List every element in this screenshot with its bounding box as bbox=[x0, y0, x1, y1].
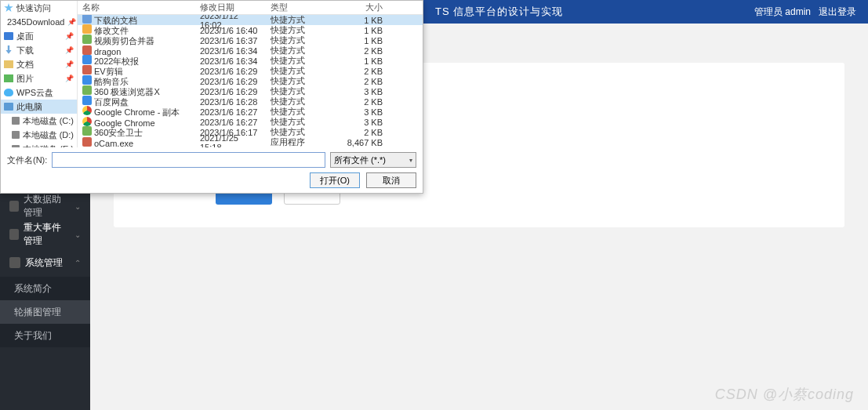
col-name[interactable]: 名称 bbox=[78, 2, 195, 13]
tree-item[interactable]: 图片📌 bbox=[1, 71, 77, 85]
menu-icon bbox=[9, 229, 19, 240]
col-size[interactable]: 大小 bbox=[313, 2, 387, 13]
sidebar-item-label: 系统简介 bbox=[14, 282, 52, 296]
pin-icon: 📌 bbox=[65, 32, 74, 40]
menu-icon bbox=[9, 201, 19, 212]
sidebar-sub-about[interactable]: 关于我们 bbox=[0, 324, 90, 347]
file-row[interactable]: Google Chrome - 副本2023/1/6 16:27快捷方式3 KB bbox=[78, 107, 423, 117]
file-size: 1 KB bbox=[313, 26, 387, 35]
blue-icon bbox=[82, 96, 92, 105]
file-size: 1 KB bbox=[313, 56, 387, 66]
menu-icon bbox=[9, 257, 20, 268]
tree-item[interactable]: 下载📌 bbox=[1, 43, 77, 57]
disk-icon bbox=[12, 117, 20, 125]
download-icon bbox=[4, 45, 13, 55]
tree-item[interactable]: 2345Download📌 bbox=[1, 15, 77, 29]
tree-item-label: 图片 bbox=[16, 73, 34, 85]
file-size: 8,467 KB bbox=[313, 138, 387, 147]
app-icon bbox=[82, 137, 92, 147]
folder-tree: 快速访问2345Download📌桌面📌下载📌文档📌图片📌WPS云盘此电脑本地磁… bbox=[1, 1, 78, 147]
shortcut-icon bbox=[82, 15, 92, 24]
file-size: 1 KB bbox=[313, 16, 387, 25]
file-date: 2023/1/6 16:27 bbox=[195, 107, 266, 117]
tree-item[interactable]: 本地磁盘 (E:) bbox=[1, 142, 77, 147]
pc-icon bbox=[4, 103, 13, 111]
pin-icon: 📌 bbox=[65, 74, 74, 82]
filename-label: 文件名(N): bbox=[7, 154, 47, 166]
chevron-up-icon: ⌃ bbox=[74, 259, 81, 267]
filename-input[interactable] bbox=[52, 152, 325, 168]
file-date: 2021/1/25 15:18 bbox=[195, 133, 266, 148]
tree-item[interactable]: 本地磁盘 (C:) bbox=[1, 114, 77, 128]
header-right: 管理员 admin 退出登录 bbox=[754, 5, 856, 19]
logout-link[interactable]: 退出登录 bbox=[819, 5, 856, 19]
sidebar-item-system[interactable]: 系统管理 ⌃ bbox=[0, 249, 90, 277]
col-type[interactable]: 类型 bbox=[266, 2, 313, 13]
cloud-icon bbox=[4, 89, 13, 96]
tree-item[interactable]: 快速访问 bbox=[1, 1, 77, 15]
app-icon bbox=[82, 65, 92, 74]
col-date[interactable]: 修改日期 bbox=[195, 2, 266, 13]
tree-item-label: 文档 bbox=[16, 59, 34, 71]
dialog-buttons: 打开(O) 取消 bbox=[7, 172, 416, 188]
disk-icon bbox=[12, 131, 20, 139]
tree-item-label: 快速访问 bbox=[16, 2, 51, 14]
file-size: 2 KB bbox=[313, 97, 387, 107]
page-title: TS 信息平台的设计与实现 bbox=[435, 5, 563, 19]
pin-icon: 📌 bbox=[67, 18, 76, 26]
blue-icon bbox=[82, 55, 92, 64]
tree-item[interactable]: 文档📌 bbox=[1, 57, 77, 71]
chevron-down-icon: ▾ bbox=[409, 157, 412, 164]
file-list-header: 名称 修改日期 类型 大小 bbox=[78, 1, 423, 15]
filetype-filter[interactable]: 所有文件 (*.*) ▾ bbox=[330, 152, 416, 168]
file-size: 2 KB bbox=[313, 46, 387, 56]
chrome-icon bbox=[82, 106, 92, 115]
tree-item[interactable]: 此电脑 bbox=[1, 100, 77, 114]
file-open-dialog: 快速访问2345Download📌桌面📌下载📌文档📌图片📌WPS云盘此电脑本地磁… bbox=[0, 0, 423, 194]
file-size: 2 KB bbox=[313, 128, 387, 137]
file-list-rows: 下载的文档2023/1/12 16:02快捷方式1 KB修改文件2023/1/6… bbox=[78, 15, 423, 147]
tree-item-label: 本地磁盘 (C:) bbox=[23, 115, 74, 127]
file-date: 2023/1/6 16:34 bbox=[195, 56, 266, 66]
filter-label: 所有文件 (*.*) bbox=[334, 154, 386, 166]
tree-item-label: 此电脑 bbox=[16, 101, 42, 113]
tree-item-label: 下载 bbox=[16, 45, 34, 56]
tree-item-label: WPS云盘 bbox=[16, 87, 53, 99]
file-row[interactable]: 视频剪切合并器2023/1/6 16:37快捷方式1 KB bbox=[78, 35, 423, 45]
admin-label: 管理员 admin bbox=[754, 5, 811, 19]
filename-row: 文件名(N): 所有文件 (*.*) ▾ bbox=[7, 152, 416, 168]
sidebar-sub-carousel[interactable]: 轮播图管理 bbox=[0, 300, 90, 324]
file-name-cell: oCam.exe bbox=[78, 137, 195, 148]
file-size: 2 KB bbox=[313, 77, 387, 86]
sidebar-sub-intro[interactable]: 系统简介 bbox=[0, 277, 90, 300]
tree-item[interactable]: WPS云盘 bbox=[1, 85, 77, 100]
chevron-down-icon: ⌄ bbox=[74, 230, 81, 239]
cancel-button[interactable]: 取消 bbox=[366, 172, 416, 188]
app2-icon bbox=[82, 126, 92, 136]
app2-icon bbox=[82, 34, 92, 44]
app3-icon bbox=[82, 24, 92, 34]
sidebar-item-events[interactable]: 重大事件管理 ⌄ bbox=[0, 220, 90, 249]
file-size: 2 KB bbox=[313, 67, 387, 76]
file-date: 2023/1/6 16:29 bbox=[195, 67, 266, 76]
pin-icon: 📌 bbox=[65, 60, 74, 68]
app-icon bbox=[82, 45, 92, 55]
file-name: oCam.exe bbox=[94, 139, 133, 148]
sidebar-item-label: 系统管理 bbox=[25, 256, 63, 270]
file-date: 2023/1/6 16:34 bbox=[195, 46, 266, 56]
file-size: 1 KB bbox=[313, 36, 387, 45]
tree-item[interactable]: 桌面📌 bbox=[1, 29, 77, 43]
chrome-icon bbox=[82, 117, 92, 126]
open-button[interactable]: 打开(O) bbox=[310, 172, 360, 188]
file-row[interactable]: oCam.exe2021/1/25 15:18应用程序8,467 KB bbox=[78, 137, 423, 147]
file-date: 2023/1/6 16:27 bbox=[195, 118, 266, 127]
tree-item[interactable]: 本地磁盘 (D:) bbox=[1, 128, 77, 142]
file-date: 2023/1/6 16:28 bbox=[195, 97, 266, 107]
sidebar-truncated[interactable]: 大数据助管理 ⌄ bbox=[0, 192, 90, 220]
desktop-icon bbox=[4, 32, 13, 40]
app2-icon bbox=[82, 85, 92, 95]
file-name: 360安全卫士 bbox=[94, 128, 143, 137]
sidebar-item-label: 关于我们 bbox=[14, 329, 52, 343]
star-icon bbox=[4, 3, 13, 13]
file-size: 3 KB bbox=[313, 87, 387, 96]
